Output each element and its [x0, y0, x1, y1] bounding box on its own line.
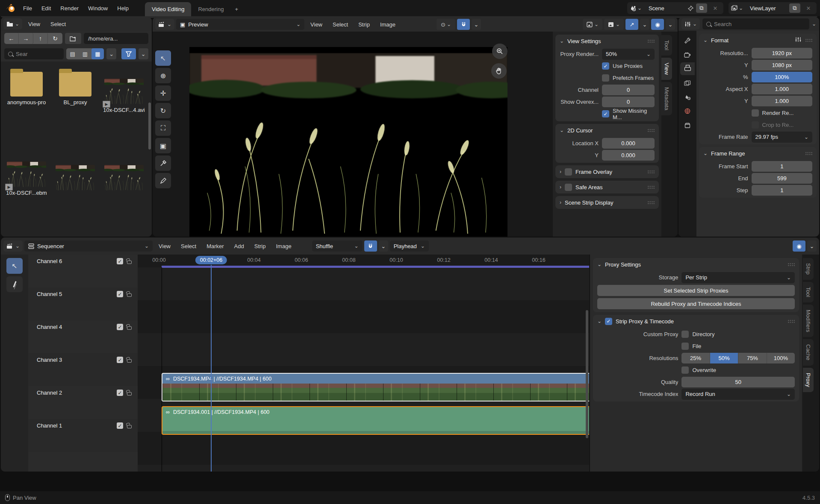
move-tool-button[interactable]: ✛ [155, 85, 171, 101]
list-item-video[interactable]: ▶ 10x-DSCF...ebm [5, 161, 48, 231]
new-scene-button[interactable]: ⧉ [696, 3, 707, 13]
forward-button[interactable]: → [19, 33, 33, 44]
new-folder-button[interactable] [65, 33, 81, 44]
scrollbar[interactable] [148, 103, 151, 149]
channel-mute-checkbox[interactable]: ✓ [117, 258, 123, 264]
menu-image[interactable]: Image [271, 241, 295, 251]
overlays-settings-chevron[interactable]: ⌄ [807, 240, 817, 252]
cursor-x-field[interactable]: 0.000 [602, 138, 655, 149]
view-horizontal-list-button[interactable]: ▥ [79, 48, 91, 59]
search-filter-chevron[interactable]: ⌄ [812, 21, 816, 26]
panel-grip[interactable] [647, 129, 655, 132]
set-selected-strip-proxies-button[interactable]: Set Selected Strip Proxies [597, 285, 795, 296]
sequencer-view-dropdown[interactable]: Sequencer ⌄ [24, 240, 153, 252]
world-properties-icon[interactable] [680, 105, 695, 117]
timecode-index-dropdown[interactable]: Record Run⌄ [681, 389, 795, 400]
rotate-tool-button[interactable]: ↻ [155, 103, 171, 118]
delete-scene-button[interactable]: ✕ [710, 3, 721, 13]
expand-icon[interactable]: › [560, 169, 561, 174]
panel-grip[interactable] [647, 201, 655, 205]
list-item-video[interactable] [54, 165, 97, 231]
tab-tool[interactable]: Tool [803, 282, 814, 302]
tab-rendering[interactable]: Rendering [191, 2, 230, 16]
sample-tool-button[interactable] [155, 155, 171, 171]
snap-toggle[interactable] [364, 240, 377, 252]
view-thumbnails-button[interactable]: ▦ [91, 48, 104, 59]
expand-icon[interactable]: › [560, 200, 561, 205]
collapse-icon[interactable]: ⌄ [560, 128, 564, 133]
frame-rate-dropdown[interactable]: 29.97 fps⌄ [752, 132, 812, 143]
menu-select[interactable]: Select [328, 20, 352, 29]
render-properties-icon[interactable] [680, 48, 695, 61]
path-field[interactable]: /home/era... [84, 33, 148, 44]
viewlayer-name[interactable]: ViewLayer [746, 5, 787, 12]
presets-icon[interactable] [795, 37, 802, 44]
preview-shading-dropdown[interactable]: ⌄ [583, 19, 602, 30]
storage-dropdown[interactable]: Per Strip⌄ [681, 272, 795, 283]
menu-strip[interactable]: Strip [354, 20, 374, 29]
delete-viewlayer-button[interactable]: ✕ [803, 3, 814, 13]
tab-view[interactable]: View [661, 58, 672, 80]
custom-file-checkbox[interactable] [681, 343, 689, 350]
frame-step-field[interactable]: 1 [752, 185, 812, 196]
frame-start-field[interactable]: 1 [752, 161, 812, 172]
resolution-y-field[interactable]: 1080 px [752, 60, 812, 70]
menu-view[interactable]: View [154, 241, 175, 251]
filter-settings-chevron[interactable]: ⌄ [139, 48, 148, 59]
editor-type-button[interactable]: ⌄ [3, 240, 23, 252]
overwrite-checkbox[interactable] [681, 366, 689, 374]
annotate-tool-button[interactable] [155, 173, 171, 188]
menu-render[interactable]: Render [56, 3, 83, 13]
shading-solid-dropdown[interactable]: ⌄ [604, 19, 624, 30]
prefetch-frames-checkbox[interactable] [602, 74, 609, 82]
collection-properties-icon[interactable] [680, 119, 695, 132]
panel-grip[interactable] [805, 152, 812, 155]
frame-overlay-checkbox[interactable] [565, 168, 572, 176]
menu-add[interactable]: Add [230, 241, 248, 251]
editor-type-button[interactable]: ⌄ [681, 18, 700, 29]
channel-mute-checkbox[interactable]: ✓ [117, 324, 123, 330]
tab-cache[interactable]: Cache [803, 339, 814, 366]
back-button[interactable]: ← [4, 33, 19, 44]
viewlayer-icon[interactable]: ⌄ [731, 5, 743, 11]
collapse-icon[interactable]: ⌄ [703, 151, 708, 156]
gizmo-settings-chevron[interactable]: ⌄ [640, 19, 649, 30]
expand-icon[interactable]: › [560, 185, 561, 190]
channel-lock-icon[interactable] [127, 425, 132, 428]
quality-field[interactable]: 50 [681, 377, 795, 387]
playhead-badge[interactable]: 00:02+06 [195, 256, 227, 264]
panel-grip[interactable] [788, 319, 795, 323]
tab-video-editing[interactable]: Video Editing [145, 2, 191, 16]
tab-strip[interactable]: Strip [803, 258, 814, 280]
playhead-line[interactable] [211, 265, 212, 472]
list-item-folder[interactable]: BL_proxy [54, 67, 97, 148]
strip-proxy-checkbox[interactable]: ✓ [605, 318, 612, 325]
pin-icon[interactable] [688, 6, 693, 11]
resolution-75-button[interactable]: 75% [738, 353, 767, 363]
resolution-25-button[interactable]: 25% [681, 353, 710, 363]
properties-search-input[interactable]: Search [702, 18, 809, 29]
channel-row[interactable]: Channel 3 ✓ [28, 353, 138, 386]
channel-row[interactable]: Channel 4 ✓ [28, 320, 138, 353]
tab-metadata[interactable]: Metadata [661, 82, 672, 115]
timeline-area[interactable]: 00:00 00:04 00:06 00:08 00:10 00:12 00:1… [138, 255, 589, 472]
channel-lock-icon[interactable] [127, 293, 132, 297]
tweak-tool-button[interactable]: ↖ [155, 50, 171, 66]
resolution-percent-slider[interactable]: 100% [752, 72, 812, 82]
strip-movie[interactable]: ∞ DSCF1934.001 | //DSCF1934.MP4 | 600 [162, 406, 589, 435]
panel-grip[interactable] [805, 38, 812, 42]
view-vertical-list-button[interactable]: ▤ [66, 48, 79, 59]
channel-lock-icon[interactable] [127, 359, 132, 363]
pan-hand-button[interactable] [491, 63, 507, 79]
tab-proxy[interactable]: Proxy [803, 368, 814, 392]
custom-directory-checkbox[interactable] [681, 331, 689, 338]
resolution-x-field[interactable]: 1920 px [752, 48, 812, 59]
scene-name[interactable]: Scene [644, 5, 685, 12]
show-overexposed-field[interactable]: 0 [602, 97, 655, 107]
scene-icon[interactable]: ⌄ [630, 5, 642, 11]
channel-row[interactable]: Channel 5 ✓ [28, 287, 138, 320]
safe-areas-checkbox[interactable] [565, 184, 572, 191]
snap-toggle[interactable] [457, 19, 470, 30]
channel-row[interactable]: Channel 2 ✓ [28, 386, 138, 419]
panel-grip[interactable] [647, 39, 655, 43]
